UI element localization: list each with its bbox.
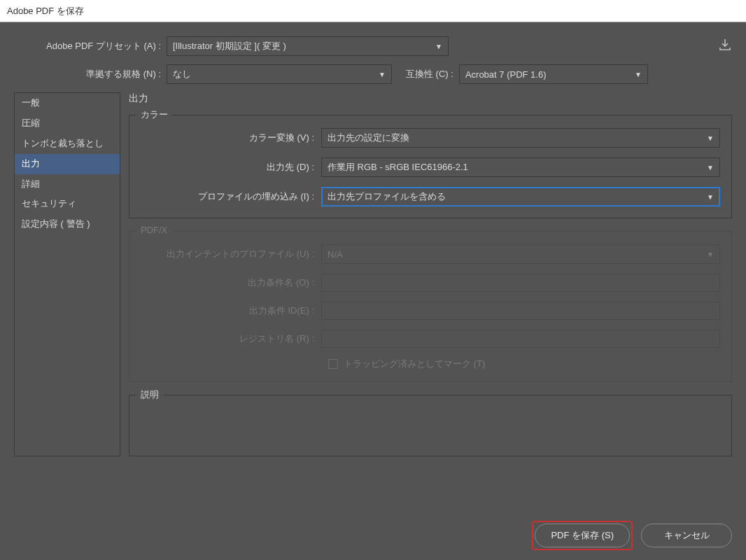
- save-pdf-button[interactable]: PDF を保存 (S): [535, 524, 630, 547]
- chevron-down-icon: ▼: [707, 134, 714, 142]
- cancel-button[interactable]: キャンセル: [641, 524, 732, 547]
- registry-name-input: [321, 330, 720, 348]
- chevron-down-icon: ▼: [435, 43, 442, 50]
- destination-dropdown[interactable]: 作業用 RGB - sRGB IEC61966-2.1 ▼: [321, 158, 720, 177]
- preset-dropdown[interactable]: [Illustrator 初期設定 ]( 変更 ) ▼: [167, 36, 449, 56]
- sidebar-item-output[interactable]: 出力: [15, 154, 120, 174]
- sidebar-item-compression[interactable]: 圧縮: [15, 113, 120, 134]
- color-conversion-value: 出力先の設定に変換: [328, 132, 409, 144]
- chevron-down-icon: ▼: [707, 193, 714, 201]
- description-box: 説明: [129, 395, 732, 456]
- condition-name-input: [321, 274, 720, 292]
- color-conversion-dropdown[interactable]: 出力先の設定に変換 ▼: [321, 128, 720, 148]
- chevron-down-icon: ▼: [635, 71, 642, 78]
- standard-value: なし: [173, 68, 191, 80]
- color-fieldset: カラー カラー変換 (V) : 出力先の設定に変換 ▼ 出力先 (D) : 作: [129, 115, 732, 218]
- preset-value: [Illustrator 初期設定 ]( 変更 ): [173, 40, 286, 52]
- standard-dropdown[interactable]: なし ▼: [167, 64, 392, 84]
- intent-profile-dropdown: N/A ▼: [321, 244, 720, 264]
- save-button-highlight: PDF を保存 (S): [532, 521, 633, 550]
- destination-label: 出力先 (D) :: [141, 161, 321, 174]
- pdfx-fieldset: PDF/X 出力インテントのプロファイル (U) : N/A ▼ 出力条件名 (…: [129, 231, 732, 382]
- window-title: Adobe PDF を保存: [7, 6, 84, 16]
- compat-label: 互換性 (C) :: [392, 68, 459, 80]
- chevron-down-icon: ▼: [379, 71, 386, 78]
- intent-profile-value: N/A: [328, 249, 343, 260]
- chevron-down-icon: ▼: [707, 164, 714, 172]
- intent-profile-label: 出力インテントのプロファイル (U) :: [141, 248, 321, 260]
- standard-label: 準拠する規格 (N) :: [14, 68, 167, 80]
- description-legend: 説明: [136, 388, 163, 401]
- sidebar-item-marks-bleeds[interactable]: トンボと裁ち落とし: [15, 134, 120, 154]
- sidebar: 一般 圧縮 トンボと裁ち落とし 出力 詳細 セキュリティ 設定内容 ( 警告 ): [14, 92, 120, 456]
- registry-name-label: レジストリ名 (R) :: [141, 332, 321, 345]
- sidebar-item-summary[interactable]: 設定内容 ( 警告 ): [15, 214, 120, 234]
- profile-inclusion-dropdown[interactable]: 出力先プロファイルを含める ▼: [321, 187, 720, 206]
- profile-inclusion-label: プロファイルの埋め込み (I) :: [141, 190, 321, 203]
- profile-inclusion-value: 出力先プロファイルを含める: [328, 190, 446, 203]
- sidebar-item-security[interactable]: セキュリティ: [15, 194, 120, 214]
- color-conversion-label: カラー変換 (V) :: [141, 132, 321, 144]
- window-titlebar: Adobe PDF を保存: [0, 0, 746, 22]
- chevron-down-icon: ▼: [707, 251, 714, 258]
- sidebar-item-general[interactable]: 一般: [15, 93, 120, 113]
- compat-dropdown[interactable]: Acrobat 7 (PDF 1.6) ▼: [459, 64, 648, 84]
- content-title: 出力: [129, 92, 732, 105]
- destination-value: 作業用 RGB - sRGB IEC61966-2.1: [328, 161, 468, 174]
- compat-value: Acrobat 7 (PDF 1.6): [465, 69, 547, 80]
- condition-id-input: [321, 302, 720, 320]
- trapped-label: トラッピング済みとしてマーク (T): [344, 358, 485, 370]
- sidebar-item-advanced[interactable]: 詳細: [15, 174, 120, 195]
- pdfx-legend: PDF/X: [136, 225, 171, 235]
- condition-id-label: 出力条件 ID(E) :: [141, 304, 321, 317]
- preset-label: Adobe PDF プリセット (A) :: [14, 40, 167, 52]
- download-preset-icon[interactable]: [718, 38, 732, 55]
- condition-name-label: 出力条件名 (O) :: [141, 276, 321, 289]
- color-legend: カラー: [136, 108, 172, 121]
- trapped-checkbox: [328, 359, 338, 369]
